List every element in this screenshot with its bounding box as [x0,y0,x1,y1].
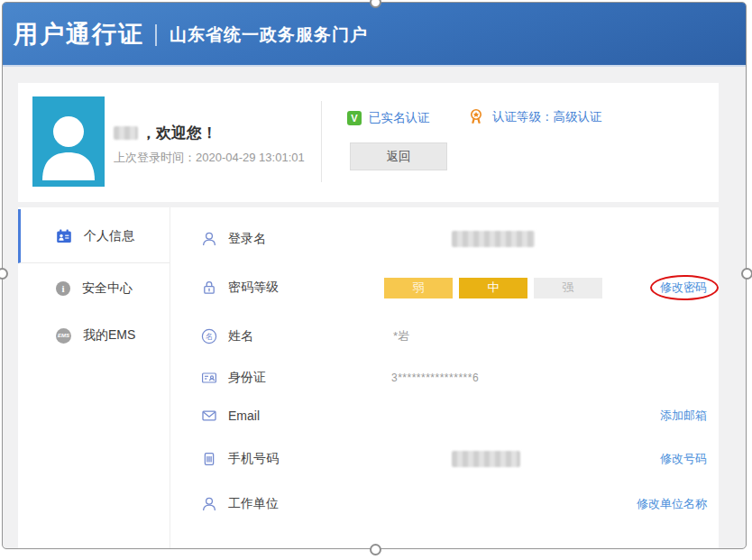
header-divider [155,24,157,46]
cert-level-badge: 认证等级：高级认证 [467,107,602,126]
user-icon [200,230,218,248]
add-email-link[interactable]: 添加邮箱 [660,408,707,424]
password-strength-meter: 弱 中 强 [384,278,602,298]
id-card-value: 3****************6 [391,372,479,384]
building-icon [200,450,218,468]
back-button[interactable]: 返回 [350,142,447,170]
profile-row-mobile: 手机号码 修改号码 [170,440,719,478]
profile-card: 个人信息 i 安全中心 EMS 我的EMS 登录名 [18,207,719,549]
info-icon: i [56,281,70,296]
person-silhouette-icon [32,96,105,187]
sidebar-item-label: 个人信息 [84,228,134,244]
portal-title: 用户通行证 [14,18,144,50]
sidebar-item-label: 安全中心 [82,280,133,297]
last-login-time: 上次登录时间：2020-04-29 13:01:01 [114,150,305,166]
strength-bar-medium: 中 [459,278,527,298]
sidebar-item-my-ems[interactable]: EMS 我的EMS [18,313,170,358]
lock-icon [200,279,218,297]
row-label: 身份证 [228,370,266,386]
welcome-text: ，欢迎您！ [141,123,217,143]
ems-icon: EMS [56,328,71,344]
sidebar-item-label: 我的EMS [83,327,135,344]
user-summary-card: ，欢迎您！ 上次登录时间：2020-04-29 13:01:01 V 已实名认证… [18,83,719,202]
sidebar-item-security-center[interactable]: i 安全中心 [18,263,170,313]
profile-row-email: Email 添加邮箱 [170,397,719,435]
sidebar-item-personal-info[interactable]: 个人信息 [18,209,170,263]
row-label: 密码等级 [228,280,279,296]
change-unit-name-link[interactable]: 修改单位名称 [637,496,707,512]
redacted-username [114,126,138,140]
captured-window: 用户通行证 山东省统一政务服务门户 ，欢迎您！ 上次登录时间：2020-04-2… [2,2,747,549]
profile-row-login-name: 登录名 [170,220,719,258]
user-avatar [32,96,105,187]
portal-header: 用户通行证 山东省统一政务服务门户 [3,3,746,67]
realname-badge-label: 已实名认证 [369,110,430,126]
redacted-login-name [452,231,535,247]
portal-subtitle: 山东省统一政务服务门户 [170,23,368,47]
profile-row-work-unit: 工作单位 修改单位名称 [170,485,719,523]
id-card-icon [200,369,218,387]
svg-text:名: 名 [206,332,214,341]
row-label: 工作单位 [228,496,279,512]
selection-handle-bottom[interactable] [370,544,381,555]
change-password-link[interactable]: 修改密码 [660,280,707,296]
row-label: 登录名 [228,231,266,247]
redacted-phone-number [452,451,520,467]
mail-icon [200,407,218,425]
strength-bar-weak: 弱 [384,278,453,298]
vertical-divider [321,101,322,182]
welcome-line: ，欢迎您！ [114,123,217,143]
profile-row-name: 名 姓名 *岩 [170,317,719,355]
profile-row-password-level: 密码等级 弱 中 强 修改密码 [170,269,719,307]
row-label: Email [228,409,260,423]
profile-row-id-card: 身份证 3****************6 [170,359,719,397]
row-label: 手机号码 [228,451,279,467]
realname-verified-badge: V 已实名认证 [347,110,430,126]
verified-v-icon: V [347,111,362,125]
medal-icon [467,107,485,126]
user-icon [200,495,218,513]
name-circle-icon: 名 [200,327,218,345]
change-number-link[interactable]: 修改号码 [660,451,707,467]
id-badge-icon [56,228,72,244]
name-value: *岩 [393,328,409,344]
selection-handle-right[interactable] [741,268,752,280]
row-label: 姓名 [228,328,253,344]
strength-bar-strong: 强 [534,278,602,298]
cert-badge-label: 认证等级：高级认证 [492,109,602,125]
